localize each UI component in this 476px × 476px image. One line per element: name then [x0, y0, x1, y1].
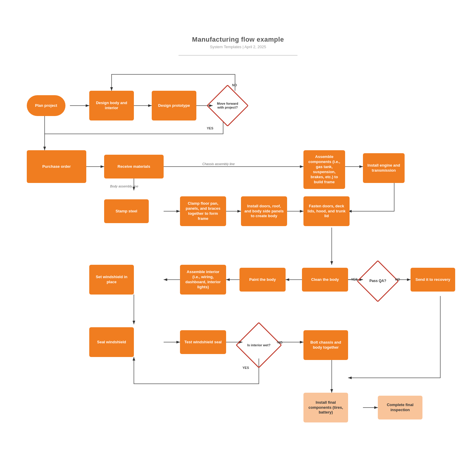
send-recovery-node: Send it to recovery [411, 268, 455, 292]
install-doors-label: Install doors, roof, and body side panel… [243, 204, 285, 219]
plan-project-node: Plan project [27, 95, 65, 116]
set-windshield-label: Set windshield in place [92, 275, 131, 285]
body-assembly-label: Body assembly line [110, 184, 138, 188]
page-subtitle: System Templates | April 2, 2025 [178, 45, 298, 56]
clamp-floor-node: Clamp floor pan, panels, and braces toge… [180, 196, 226, 226]
pass-qa-label: Pass QA? [369, 279, 386, 284]
fasten-doors-node: Fasten doors, deck lids, hood, and trunk… [303, 196, 350, 226]
design-prototype-node: Design prototype [152, 91, 196, 120]
test-windshield-node: Test windshield seal [180, 330, 226, 354]
assemble-components-label: Assemble components (i.e., gas tank, sus… [306, 154, 343, 184]
paint-body-label: Paint the body [249, 277, 276, 282]
move-forward-label: Move forward with project? [216, 102, 239, 109]
chassis-assembly-label: Chassis assembly line [202, 162, 235, 166]
assemble-components-node: Assemble components (i.e., gas tank, sus… [303, 150, 345, 189]
clean-body-node: Clean the body [302, 268, 348, 292]
stamp-steel-node: Stamp steel [104, 199, 149, 223]
is-interior-wet-node: Is interior wet? [236, 322, 282, 368]
arrows-svg [18, 65, 458, 452]
yes-label-bottom: YES [207, 126, 213, 130]
install-doors-node: Install doors, roof, and body side panel… [241, 196, 287, 226]
pass-qa-node: Pass QA? [357, 260, 399, 302]
no-label-wet: NO [278, 341, 283, 344]
receive-materials-label: Receive materials [118, 164, 150, 169]
install-final-label: Install final components (tires, battery… [306, 400, 346, 415]
assemble-interior-label: Assemble interior (i.e., wiring, dashboa… [182, 270, 224, 290]
plan-project-label: Plan project [35, 103, 57, 108]
stamp-steel-label: Stamp steel [116, 209, 137, 214]
complete-inspection-node: Complete final inspection [378, 396, 422, 419]
purchase-order-label: Purchase order [42, 164, 71, 169]
no-label-top: NO [232, 83, 237, 87]
seal-windshield-node: Seal windshield [89, 327, 134, 357]
assemble-interior-node: Assemble interior (i.e., wiring, dashboa… [180, 265, 226, 295]
design-prototype-label: Design prototype [158, 103, 190, 108]
seal-windshield-label: Seal windshield [97, 340, 126, 345]
send-recovery-label: Send it to recovery [415, 277, 450, 282]
move-forward-node: Move forward with project? [206, 84, 248, 126]
is-interior-wet-label: Is interior wet? [247, 343, 270, 347]
no-label-qa: NO [395, 278, 400, 281]
install-engine-node: Install engine and transmission [363, 153, 405, 183]
clamp-floor-label: Clamp floor pan, panels, and braces toge… [182, 201, 224, 221]
test-windshield-label: Test windshield seal [184, 340, 222, 345]
paint-body-node: Paint the body [239, 268, 286, 292]
yes-label-wet: YES [242, 366, 249, 369]
design-body-node: Design body and interior [89, 91, 134, 120]
install-engine-label: Install engine and transmission [365, 163, 402, 173]
design-body-label: Design body and interior [92, 101, 131, 111]
set-windshield-node: Set windshield in place [89, 265, 134, 295]
receive-materials-node: Receive materials [104, 155, 164, 178]
fasten-doors-label: Fasten doors, deck lids, hood, and trunk… [306, 204, 347, 219]
complete-inspection-label: Complete final inspection [380, 403, 420, 413]
page-title: Manufacturing flow example [0, 0, 476, 43]
bolt-chassis-label: Bolt chassis and body together [306, 340, 346, 350]
flowchart: Plan project Design body and interior De… [18, 65, 458, 452]
clean-body-label: Clean the body [311, 277, 339, 282]
install-final-node: Install final components (tires, battery… [303, 393, 348, 422]
yes-label-qa: YES [351, 278, 358, 281]
bolt-chassis-node: Bolt chassis and body together [303, 330, 348, 360]
purchase-order-node: Purchase order [27, 150, 86, 183]
